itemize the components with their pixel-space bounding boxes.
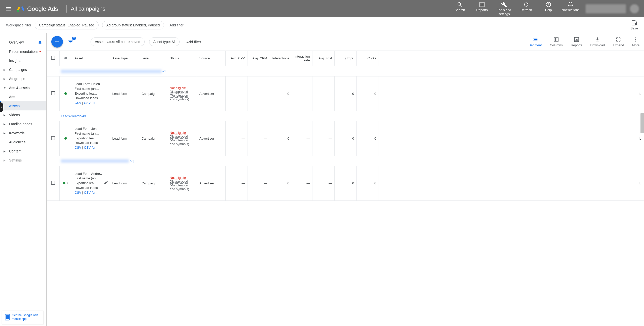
- row-status-dot[interactable]: [59, 121, 72, 156]
- sidebar-item-overview[interactable]: Overview: [0, 37, 46, 47]
- status-not-eligible[interactable]: Not eligible: [170, 86, 186, 90]
- adgroup-status-chip[interactable]: Ad group status: Enabled, Paused: [102, 21, 164, 29]
- sidebar-item-content[interactable]: ▶Content: [0, 147, 46, 156]
- sidebar-item-recommendations[interactable]: Recommendations: [0, 47, 46, 56]
- filter-button[interactable]: 2: [67, 38, 74, 46]
- add-workspace-filter[interactable]: Add filter: [168, 21, 185, 29]
- assets-table-wrap[interactable]: Asset Asset type Level Status Source Avg…: [47, 51, 644, 326]
- account-info-redacted[interactable]: [586, 4, 626, 13]
- download-leads-link[interactable]: Download leads: [75, 141, 98, 145]
- notifications-tool[interactable]: Notifications: [563, 2, 578, 12]
- status-not-eligible[interactable]: Not eligible: [170, 131, 186, 135]
- interactions-cell: 0: [270, 121, 292, 156]
- row-status-dot[interactable]: [59, 76, 72, 111]
- sidebar-item-insights[interactable]: Insights: [0, 56, 46, 65]
- sidebar-item-ads-assets[interactable]: ▼Ads & assets: [0, 83, 46, 92]
- csv-for-link[interactable]: CSV for …: [84, 101, 100, 105]
- asset-cell: Lead Form Andrew First name (an… Exporti…: [72, 166, 110, 201]
- hamburger-menu-icon[interactable]: [5, 6, 12, 12]
- asset-type-header[interactable]: Asset type: [110, 51, 139, 66]
- segment-button[interactable]: Segment: [529, 37, 542, 47]
- chevron-right-icon: ▶: [4, 68, 8, 71]
- campaign-selector[interactable]: All campaigns: [71, 6, 105, 12]
- plus-icon: [54, 39, 60, 45]
- campaign-group-link[interactable]: Leads-Search-43: [61, 114, 86, 118]
- reports-tool[interactable]: Reports: [474, 2, 490, 12]
- level-header[interactable]: Level: [139, 51, 167, 66]
- avatar[interactable]: [630, 4, 639, 13]
- segment-icon: [533, 37, 538, 42]
- interactions-cell: 0: [270, 76, 292, 111]
- svg-point-0: [17, 10, 19, 12]
- more-button[interactable]: More: [632, 37, 639, 47]
- sidebar-item-audiences[interactable]: Audiences: [0, 138, 46, 147]
- status-disapproved[interactable]: Disapproved: [170, 135, 188, 139]
- campaign-status-chip[interactable]: Campaign status: Enabled, Paused: [35, 21, 98, 29]
- status-text-header[interactable]: Status: [167, 51, 197, 66]
- sidebar-item-landing-pages[interactable]: ▶Landing pages: [0, 119, 46, 129]
- tools-settings-tool[interactable]: Tools and settings: [497, 2, 512, 16]
- download-button[interactable]: Download: [590, 37, 605, 47]
- search-tool[interactable]: Search: [452, 2, 467, 12]
- avg-cost-header[interactable]: Avg. cost: [312, 51, 335, 66]
- save-workspace-filter[interactable]: Save: [630, 20, 638, 30]
- svg-point-6: [635, 39, 636, 40]
- interactions-header[interactable]: Interactions: [270, 51, 292, 66]
- csv-for-link[interactable]: CSV for …: [84, 191, 100, 194]
- interaction-rate-header[interactable]: Interaction rate: [292, 51, 312, 66]
- avg-cpv-header[interactable]: Avg. CPV: [225, 51, 248, 66]
- sidebar-item-campaigns[interactable]: ▶Campaigns: [0, 65, 46, 74]
- add-content-filter[interactable]: Add filter: [184, 38, 203, 46]
- row-status-dot[interactable]: ▼: [59, 166, 72, 201]
- csv-for-link[interactable]: CSV for …: [84, 146, 100, 149]
- edit-pencil-icon[interactable]: [104, 180, 108, 186]
- status-reason[interactable]: (Punctuation and symbols): [170, 138, 189, 146]
- overflow-col-header[interactable]: [379, 51, 644, 66]
- asset-type-cell: Lead form: [110, 76, 139, 111]
- add-asset-button[interactable]: [51, 36, 63, 48]
- scrollbar-thumb[interactable]: [640, 113, 644, 133]
- status-reason[interactable]: (Punctuation and symbols): [170, 183, 189, 191]
- asset-status-chip[interactable]: Asset status: All but removed: [91, 37, 145, 46]
- ads-logo-icon: [17, 5, 25, 13]
- sidebar-nav: Overview Recommendations Insights ▶Campa…: [0, 33, 46, 326]
- source-header[interactable]: Source: [197, 51, 225, 66]
- clicks-header[interactable]: Clicks: [357, 51, 379, 66]
- status-disapproved[interactable]: Disapproved: [170, 180, 188, 184]
- group-row: Leads-Search-43: [47, 111, 644, 121]
- status-disapproved[interactable]: Disapproved: [170, 90, 188, 94]
- sidebar-item-ads[interactable]: Ads: [0, 92, 46, 101]
- asset-type-chip[interactable]: Asset type: All: [149, 37, 180, 46]
- help-tool[interactable]: Help: [541, 2, 556, 12]
- campaign-group-link[interactable]: 63|: [130, 159, 134, 163]
- select-all-header[interactable]: [47, 51, 59, 66]
- csv-link[interactable]: CSV: [75, 101, 82, 105]
- avg-cpm-header[interactable]: Avg. CPM: [248, 51, 270, 66]
- table-reports-button[interactable]: Reports: [571, 37, 582, 47]
- chevron-right-icon: ▶: [4, 159, 8, 162]
- download-leads-link[interactable]: Download leads: [75, 186, 98, 190]
- sidebar-item-assets[interactable]: Assets: [0, 101, 46, 110]
- google-ads-logo[interactable]: Google Ads: [17, 5, 58, 13]
- mobile-app-promo[interactable]: Get the Google Ads mobile app: [2, 311, 44, 324]
- sidebar-item-keywords[interactable]: ▶Keywords: [0, 129, 46, 138]
- csv-link[interactable]: CSV: [75, 191, 82, 194]
- status-header[interactable]: [59, 51, 72, 66]
- asset-header[interactable]: Asset: [72, 51, 110, 66]
- status-not-eligible[interactable]: Not eligible: [170, 176, 186, 180]
- download-leads-link[interactable]: Download leads: [75, 96, 98, 100]
- csv-link[interactable]: CSV: [75, 146, 82, 149]
- sidebar-item-videos[interactable]: ▶Videos: [0, 110, 46, 119]
- refresh-tool[interactable]: Refresh: [519, 2, 534, 12]
- sidebar-item-settings[interactable]: ▶Settings: [0, 156, 46, 165]
- impr-header[interactable]: ↓Impr.: [335, 51, 357, 66]
- campaign-group-link[interactable]: #1: [163, 69, 166, 73]
- overflow-cell: L: [379, 166, 644, 201]
- status-reason[interactable]: (Punctuation and symbols): [170, 94, 189, 101]
- expand-button[interactable]: Expand: [613, 37, 624, 47]
- columns-button[interactable]: Columns: [550, 37, 563, 47]
- row-checkbox[interactable]: [47, 166, 59, 201]
- row-checkbox[interactable]: [47, 76, 59, 111]
- row-checkbox[interactable]: [47, 121, 59, 156]
- sidebar-item-adgroups[interactable]: ▶Ad groups: [0, 74, 46, 83]
